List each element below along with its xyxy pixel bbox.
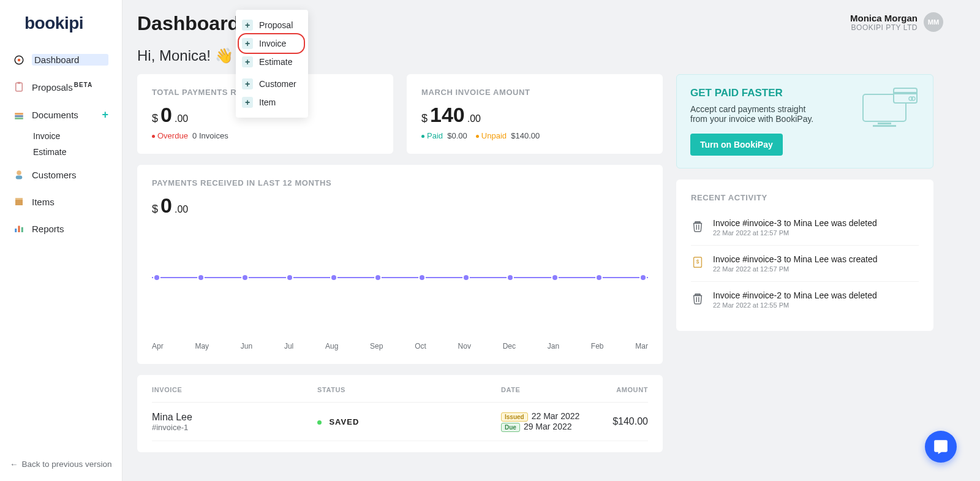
- turn-on-bookipay-button[interactable]: Turn on BookiPay: [690, 134, 783, 156]
- chart-int: 0: [160, 195, 172, 216]
- dropdown-invoice-label: Invoice: [259, 39, 286, 48]
- nav-items[interactable]: Items: [7, 190, 115, 213]
- nav-reports-label: Reports: [32, 224, 108, 234]
- nav-estimate[interactable]: Estimate: [7, 147, 115, 157]
- back-to-previous[interactable]: ← Back to previous version: [10, 460, 112, 469]
- chart-point: [595, 274, 603, 281]
- invoice-row[interactable]: Mina Lee #invoice-1 SAVED Issued22 Mar 2…: [152, 403, 648, 441]
- svg-rect-15: [878, 123, 891, 124]
- unpaid-label: Unpaid: [481, 131, 507, 140]
- dropdown-item[interactable]: + Item: [241, 94, 303, 110]
- plus-icon: +: [242, 78, 253, 89]
- svg-point-1: [18, 58, 21, 61]
- svg-rect-6: [15, 117, 23, 119]
- svg-point-7: [17, 170, 21, 175]
- dropdown-item-label: Item: [259, 97, 276, 107]
- chart-month-label: Feb: [591, 342, 604, 350]
- chart-dots: [152, 274, 648, 280]
- nav-invoice[interactable]: Invoice: [7, 131, 115, 141]
- svg-rect-2: [16, 83, 23, 91]
- activity-item[interactable]: Invoice #invoice-3 to Mina Lee was delet…: [691, 210, 919, 246]
- dropdown-customer-label: Customer: [259, 79, 296, 89]
- svg-rect-8: [16, 176, 23, 180]
- promo-card: GET PAID FASTER Accept card payments str…: [676, 74, 933, 169]
- activity-time: 22 Mar 2022 at 12:55 PM: [713, 301, 877, 309]
- activity-title: RECENT ACTIVITY: [691, 193, 919, 202]
- th-amount: AMOUNT: [605, 386, 648, 393]
- box-icon: [13, 196, 24, 207]
- th-status: STATUS: [317, 386, 501, 393]
- chart-month-label: Nov: [458, 342, 471, 350]
- invoices-count: 0 Invoices: [192, 131, 228, 140]
- chart-point: [197, 274, 205, 281]
- nav-dashboard-label: Dashboard: [32, 54, 108, 66]
- chart-x-labels: AprMayJunJulAugSepOctNovDecJanFebMar: [152, 342, 648, 350]
- overdue-label: Overdue: [157, 131, 188, 140]
- nav-documents[interactable]: Documents +: [7, 102, 115, 127]
- user-block[interactable]: Monica Morgan BOOKIPI PTY LTD MM: [850, 12, 943, 32]
- dropdown-proposal[interactable]: + Proposal: [241, 17, 303, 33]
- total-dec: .00: [175, 113, 188, 124]
- clipboard-icon: [13, 81, 24, 93]
- logo: bookipi: [0, 0, 122, 48]
- invoice-customer: Mina Lee: [152, 412, 317, 423]
- promo-title: GET PAID FASTER: [690, 87, 858, 99]
- chart-month-label: Oct: [415, 342, 426, 350]
- chart-month-label: Mar: [635, 342, 648, 350]
- chart-point: [507, 274, 514, 281]
- activity-item[interactable]: Invoice #invoice-2 to Mina Lee was delet…: [691, 282, 919, 317]
- nav-customers[interactable]: Customers: [7, 163, 115, 186]
- dropdown-estimate[interactable]: + Estimate: [241, 54, 303, 70]
- activity-item[interactable]: $ Invoice #invoice-3 to Mina Lee was cre…: [691, 246, 919, 282]
- nav-reports[interactable]: Reports: [7, 217, 115, 240]
- th-invoice: INVOICE: [152, 386, 317, 393]
- due-date: 29 Mar 2022: [524, 422, 572, 431]
- chart-point: [462, 274, 470, 281]
- invoice-amount: $140.00: [605, 416, 648, 427]
- chart-month-label: Aug: [325, 342, 338, 350]
- add-document-icon[interactable]: +: [102, 108, 108, 121]
- user-name: Monica Morgan: [850, 13, 918, 23]
- chart-point: [551, 274, 559, 281]
- avatar[interactable]: MM: [924, 12, 943, 32]
- invoice-status: SAVED: [329, 417, 359, 426]
- chart-icon: [13, 223, 24, 234]
- create-dropdown: + Proposal + Invoice + Estimate + Custom…: [236, 10, 308, 118]
- chart-month-label: Jul: [284, 342, 293, 350]
- card-chart: PAYMENTS RECEIVED IN LAST 12 MONTHS $ 0 …: [137, 165, 663, 364]
- nav-proposals-label: ProposalsBETA: [32, 81, 108, 93]
- activity-text: Invoice #invoice-2 to Mina Lee was delet…: [713, 290, 877, 300]
- chart-point: [330, 274, 337, 281]
- dot-paid-icon: [421, 135, 424, 138]
- svg-rect-5: [15, 115, 23, 117]
- card-month-invoice: MARCH INVOICE AMOUNT $ 140 .00 Paid $0.0…: [407, 74, 663, 154]
- chat-bubble-button[interactable]: [925, 431, 957, 463]
- nav-proposals[interactable]: ProposalsBETA: [7, 75, 115, 99]
- svg-rect-10: [15, 198, 23, 200]
- chart-point: [374, 274, 382, 281]
- unpaid-amount: $140.00: [511, 131, 540, 140]
- chart-point: [153, 274, 160, 281]
- dropdown-invoice[interactable]: + Invoice: [241, 36, 303, 51]
- svg-rect-12: [18, 226, 20, 233]
- monitor-card-icon: [858, 87, 919, 156]
- dropdown-customer[interactable]: + Customer: [241, 74, 303, 92]
- plus-icon: +: [242, 56, 253, 67]
- activity-text: Invoice #invoice-3 to Mina Lee was delet…: [713, 218, 877, 228]
- svg-rect-9: [15, 199, 23, 205]
- chart-month-label: Apr: [152, 342, 164, 350]
- chart-month-label: Jan: [548, 342, 559, 350]
- svg-rect-13: [21, 227, 23, 232]
- dropdown-estimate-label: Estimate: [259, 57, 292, 67]
- payments-chart: AprMayJunJulAugSepOctNovDecJanFebMar: [152, 228, 648, 350]
- currency-symbol: $: [152, 203, 158, 216]
- plus-icon: +: [242, 20, 253, 31]
- svg-rect-18: [894, 92, 917, 94]
- svg-text:$: $: [696, 259, 699, 265]
- card-invoice-table: INVOICE STATUS DATE AMOUNT Mina Lee #inv…: [137, 375, 663, 452]
- issued-date: 22 Mar 2022: [532, 411, 580, 421]
- nav-dashboard[interactable]: Dashboard: [7, 48, 115, 72]
- activity-time: 22 Mar 2022 at 12:57 PM: [713, 265, 877, 273]
- chart-dec: .00: [175, 204, 188, 215]
- arrow-left-icon: ←: [10, 460, 18, 469]
